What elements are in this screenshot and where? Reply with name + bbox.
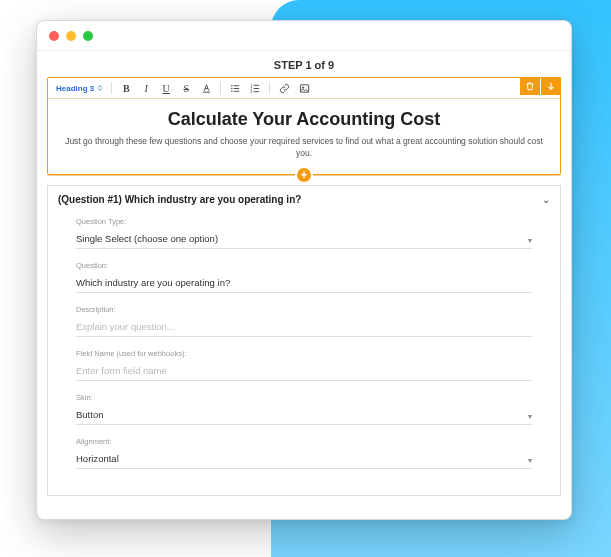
svg-rect-4 [233,85,239,86]
italic-button[interactable]: I [140,82,152,94]
heading-dropdown[interactable]: Heading 3 [56,84,103,93]
fieldname-input[interactable] [76,362,532,381]
question-block: (Question #1) Which industry are you ope… [47,185,561,496]
field-label: Field Name (used for webhooks): [76,349,532,358]
text-toolbar: Heading 3 B I U S 123 [48,78,560,99]
field-label: Skin: [76,393,532,402]
svg-rect-10 [253,84,258,85]
svg-text:3: 3 [250,90,252,94]
heading-label: Heading 3 [56,84,94,93]
svg-point-2 [231,87,232,88]
skin-field: Skin: [76,393,532,425]
link-button[interactable] [278,82,290,94]
svg-rect-12 [253,91,258,92]
question-type-field: Question Type: [76,217,532,249]
window-titlebar [37,21,571,51]
question-text-field: Question: [76,261,532,293]
svg-point-3 [231,90,232,91]
toolbar-separator [111,82,112,94]
bullet-list-button[interactable] [229,82,241,94]
move-block-down-button[interactable] [541,77,561,95]
toolbar-separator [220,82,221,94]
text-color-button[interactable] [200,82,212,94]
field-label: Alignment: [76,437,532,446]
page-title: Calculate Your Accounting Cost [64,109,544,130]
image-button[interactable] [298,82,310,94]
field-label: Description: [76,305,532,314]
svg-point-1 [231,85,232,86]
editor-block-actions [520,77,561,95]
skin-select[interactable] [76,406,532,425]
alignment-field: Alignment: [76,437,532,469]
chevron-down-icon: ⌄ [542,194,550,205]
underline-button[interactable]: U [160,82,172,94]
question-title: (Question #1) Which industry are you ope… [58,194,301,205]
editor-body[interactable]: Calculate Your Accounting Cost Just go t… [48,99,560,174]
delete-block-button[interactable] [520,77,540,95]
page-subtitle: Just go through these few questions and … [64,136,544,160]
question-type-select[interactable] [76,230,532,249]
field-label: Question Type: [76,217,532,226]
step-indicator: STEP 1 of 9 [37,51,571,77]
field-label: Question: [76,261,532,270]
fieldname-field: Field Name (used for webhooks): [76,349,532,381]
question-header[interactable]: (Question #1) Which industry are you ope… [48,186,560,213]
bold-button[interactable]: B [120,82,132,94]
description-input[interactable] [76,318,532,337]
toolbar-separator [269,82,270,94]
numbered-list-button[interactable]: 123 [249,82,261,94]
svg-point-14 [302,86,303,87]
minimize-window-button[interactable] [66,31,76,41]
svg-rect-11 [253,88,258,89]
description-field: Description: [76,305,532,337]
svg-rect-0 [203,91,210,92]
svg-rect-5 [233,88,239,89]
alignment-select[interactable] [76,450,532,469]
main-content: Heading 3 B I U S 123 [37,77,571,506]
question-body: Question Type: Question: Description: Fi… [48,213,560,495]
maximize-window-button[interactable] [83,31,93,41]
window-controls [49,31,93,41]
close-window-button[interactable] [49,31,59,41]
svg-rect-6 [233,90,239,91]
editor-block: Heading 3 B I U S 123 [47,77,561,175]
chevron-updown-icon [97,85,103,91]
app-window: STEP 1 of 9 Heading 3 B I U S [36,20,572,520]
add-block-button[interactable]: + [295,166,313,184]
strikethrough-button[interactable]: S [180,82,192,94]
question-text-input[interactable] [76,274,532,293]
